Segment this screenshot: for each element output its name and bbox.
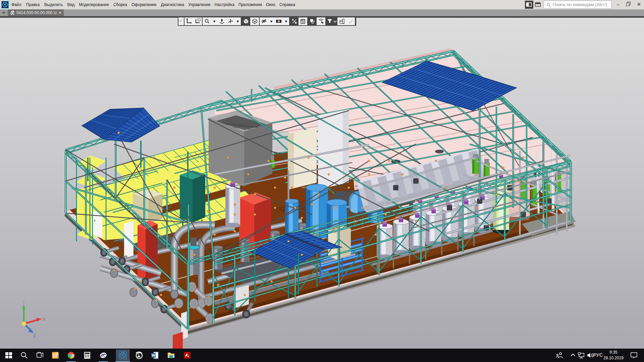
svg-text:Y: Y [22, 299, 25, 304]
svg-text:Z: Z [33, 333, 36, 338]
svg-text:W: W [152, 353, 155, 357]
svg-text:X: X [43, 317, 46, 322]
